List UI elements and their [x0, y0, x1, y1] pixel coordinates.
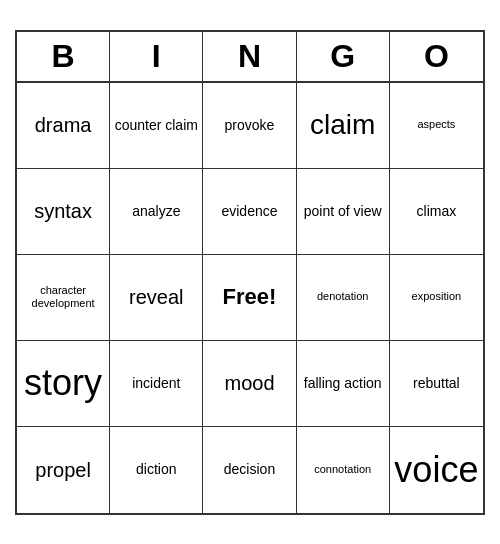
bingo-cell[interactable]: drama — [17, 83, 110, 169]
cell-text: incident — [132, 375, 180, 392]
bingo-cell[interactable]: exposition — [390, 255, 483, 341]
header-letter: B — [17, 32, 110, 81]
bingo-cell[interactable]: climax — [390, 169, 483, 255]
cell-text: counter claim — [115, 117, 198, 134]
header-letter: G — [297, 32, 390, 81]
cell-text: climax — [417, 203, 457, 220]
bingo-cell[interactable]: rebuttal — [390, 341, 483, 427]
cell-text: diction — [136, 461, 176, 478]
cell-text: mood — [224, 371, 274, 395]
cell-text: aspects — [417, 118, 455, 131]
bingo-cell[interactable]: voice — [390, 427, 483, 513]
bingo-cell[interactable]: mood — [203, 341, 296, 427]
bingo-cell[interactable]: connotation — [297, 427, 390, 513]
bingo-cell[interactable]: character development — [17, 255, 110, 341]
cell-text: reveal — [129, 285, 183, 309]
cell-text: drama — [35, 113, 92, 137]
header-letter: N — [203, 32, 296, 81]
bingo-cell[interactable]: provoke — [203, 83, 296, 169]
bingo-card: BINGO dramacounter claimprovokeclaimaspe… — [15, 30, 485, 515]
cell-text: propel — [35, 458, 91, 482]
cell-text: provoke — [225, 117, 275, 134]
cell-text: evidence — [221, 203, 277, 220]
cell-text: denotation — [317, 290, 368, 303]
bingo-cell[interactable]: diction — [110, 427, 203, 513]
bingo-cell[interactable]: incident — [110, 341, 203, 427]
cell-text: claim — [310, 108, 375, 142]
cell-text: rebuttal — [413, 375, 460, 392]
cell-text: falling action — [304, 375, 382, 392]
bingo-cell[interactable]: Free! — [203, 255, 296, 341]
bingo-header: BINGO — [17, 32, 483, 83]
bingo-cell[interactable]: falling action — [297, 341, 390, 427]
cell-text: Free! — [223, 284, 277, 310]
cell-text: analyze — [132, 203, 180, 220]
bingo-cell[interactable]: aspects — [390, 83, 483, 169]
bingo-cell[interactable]: claim — [297, 83, 390, 169]
bingo-cell[interactable]: reveal — [110, 255, 203, 341]
bingo-grid: dramacounter claimprovokeclaimaspectssyn… — [17, 83, 483, 513]
bingo-cell[interactable]: decision — [203, 427, 296, 513]
cell-text: character development — [21, 284, 105, 310]
bingo-cell[interactable]: analyze — [110, 169, 203, 255]
header-letter: I — [110, 32, 203, 81]
cell-text: story — [24, 361, 102, 404]
cell-text: decision — [224, 461, 275, 478]
cell-text: syntax — [34, 199, 92, 223]
bingo-cell[interactable]: evidence — [203, 169, 296, 255]
cell-text: voice — [394, 448, 478, 491]
bingo-cell[interactable]: propel — [17, 427, 110, 513]
bingo-cell[interactable]: story — [17, 341, 110, 427]
bingo-cell[interactable]: denotation — [297, 255, 390, 341]
bingo-cell[interactable]: counter claim — [110, 83, 203, 169]
bingo-cell[interactable]: point of view — [297, 169, 390, 255]
cell-text: point of view — [304, 203, 382, 220]
header-letter: O — [390, 32, 483, 81]
bingo-cell[interactable]: syntax — [17, 169, 110, 255]
cell-text: exposition — [412, 290, 462, 303]
cell-text: connotation — [314, 463, 371, 476]
